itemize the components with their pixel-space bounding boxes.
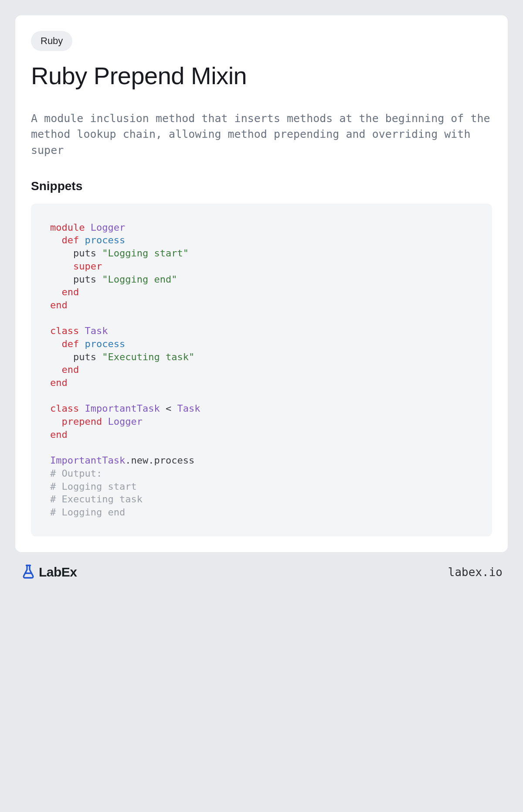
code-token-keyword: module: [50, 222, 85, 233]
code-token-plain: [50, 235, 62, 246]
flask-icon: [20, 563, 36, 581]
code-token-comment: # Executing task: [50, 494, 143, 505]
language-badge: Ruby: [31, 31, 72, 51]
code-token-keyword: end: [62, 287, 79, 297]
code-token-plain: [50, 364, 62, 375]
code-token-keyword: end: [50, 377, 68, 388]
code-token-keyword: class: [50, 403, 79, 414]
code-token-keyword: def: [62, 235, 79, 246]
code-token-method: process: [85, 338, 126, 349]
code-token-plain: [50, 261, 73, 272]
description-text: A module inclusion method that inserts m…: [31, 111, 492, 158]
code-content: module Logger def process puts "Logging …: [50, 222, 200, 518]
footer-url: labex.io: [448, 566, 503, 579]
code-token-plain: [79, 235, 85, 246]
code-token-comment: # Logging end: [50, 507, 125, 518]
code-token-class: Task: [85, 325, 108, 336]
code-token-plain: puts: [50, 248, 102, 259]
code-token-plain: [50, 338, 62, 349]
code-token-plain: [79, 403, 85, 414]
code-token-plain: [79, 325, 85, 336]
brand-name: LabEx: [39, 565, 77, 580]
code-token-keyword: class: [50, 325, 79, 336]
code-token-plain: <: [160, 403, 177, 414]
snippets-heading: Snippets: [31, 179, 492, 193]
code-token-plain: [79, 338, 85, 349]
code-token-keyword: super: [73, 261, 102, 272]
code-token-keyword: def: [62, 338, 79, 349]
code-token-keyword: end: [62, 364, 79, 375]
code-token-keyword: end: [50, 429, 68, 440]
code-token-string: "Executing task": [102, 351, 194, 362]
code-token-class: ImportantTask: [85, 403, 160, 414]
code-snippet: module Logger def process puts "Logging …: [31, 204, 492, 536]
page-title: Ruby Prepend Mixin: [31, 61, 492, 90]
code-token-plain: [85, 222, 90, 233]
code-token-plain: [102, 416, 108, 427]
code-token-keyword: prepend: [62, 416, 102, 427]
code-token-plain: [50, 287, 62, 297]
code-token-string: "Logging end": [102, 274, 177, 285]
code-token-plain: puts: [50, 351, 102, 362]
code-token-class: ImportantTask: [50, 455, 125, 466]
code-token-comment: # Output:: [50, 468, 102, 479]
code-token-plain: [50, 416, 62, 427]
code-token-keyword: end: [50, 300, 68, 310]
code-token-string: "Logging start": [102, 248, 189, 259]
brand-logo: LabEx: [20, 563, 77, 581]
footer: LabEx labex.io: [15, 552, 508, 581]
code-token-plain: .new.process: [125, 455, 194, 466]
code-token-class: Logger: [108, 416, 142, 427]
code-token-plain: puts: [50, 274, 102, 285]
content-card: Ruby Ruby Prepend Mixin A module inclusi…: [15, 15, 508, 552]
code-token-comment: # Logging start: [50, 481, 137, 492]
code-token-class: Logger: [91, 222, 125, 233]
code-token-method: process: [85, 235, 126, 246]
code-token-class: Task: [177, 403, 200, 414]
